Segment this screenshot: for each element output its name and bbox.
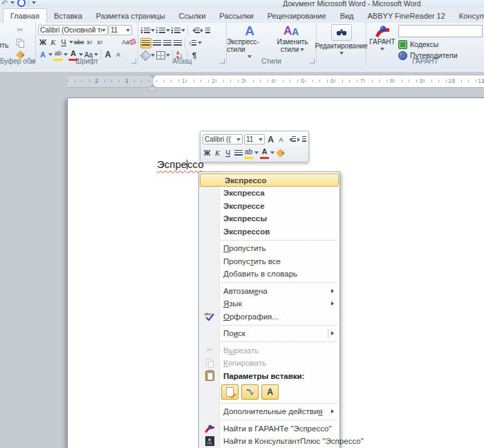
- mini-format-painter-button[interactable]: [276, 148, 285, 158]
- increase-indent-icon: [201, 28, 205, 32]
- font-name-combo[interactable]: Calibri (Основной тек: [38, 25, 108, 35]
- horizontal-ruler[interactable]: 2 1 1 2 3 4 5 6 7 8 9 10 11: [67, 75, 484, 88]
- menu-item-find-in-consultantplus[interactable]: Найти в КонсультантПлюс "Эспрессо": [199, 435, 339, 448]
- menu-item-suggestion-3[interactable]: Экспрессе: [199, 200, 339, 213]
- mini-font-color-button[interactable]: А: [260, 147, 269, 159]
- menu-item-spelling[interactable]: abcОрфография...: [199, 310, 339, 324]
- garant-search-input[interactable]: [398, 25, 483, 37]
- tab-mailings[interactable]: Рассылки: [212, 9, 260, 23]
- mini-bold-button[interactable]: Ж: [203, 148, 212, 158]
- subscript-mark: 2: [90, 40, 92, 44]
- undo-icon[interactable]: ↶: [1, 0, 8, 6]
- paste-option-keep-text-only-button[interactable]: А: [261, 384, 279, 400]
- numbering-dropdown-icon[interactable]: [166, 29, 170, 34]
- tab-abbyy-finereader[interactable]: ABBYY FineReader 12: [361, 9, 452, 23]
- quick-access-toolbar: ↶: [1, 0, 36, 7]
- garant-dropdown-icon: [380, 48, 384, 53]
- mini-italic-button[interactable]: К: [213, 148, 222, 158]
- menu-item-add-to-dictionary[interactable]: Добавить в словарь: [199, 268, 339, 281]
- eraser-icon: [129, 39, 136, 45]
- mini-increase-indent-button[interactable]: [297, 134, 306, 144]
- styles-dialog-launcher-icon[interactable]: [310, 59, 315, 64]
- bars: [192, 40, 196, 46]
- customize-qat-icon[interactable]: [32, 1, 36, 6]
- menu-item-ignore[interactable]: Пропустить: [199, 242, 339, 255]
- paste-option-keep-source-formatting-button[interactable]: [221, 384, 239, 400]
- menu-item-suggestion-1[interactable]: Экспрессо: [200, 174, 339, 187]
- mini-font-combo[interactable]: Calibri ((: [203, 134, 243, 144]
- menu-item-additional-actions[interactable]: Дополнительные действия: [199, 405, 339, 418]
- menu-separator: [221, 420, 337, 420]
- bold-button[interactable]: Ж: [38, 37, 48, 47]
- menu-item-language[interactable]: Язык: [199, 297, 339, 310]
- subscript-button[interactable]: x2: [85, 37, 95, 47]
- mini-decrease-indent-button[interactable]: [287, 134, 296, 144]
- font-size-combo[interactable]: 11: [109, 25, 132, 35]
- document-word[interactable]: Эспрессо: [157, 158, 204, 170]
- align-center-button[interactable]: [152, 38, 162, 48]
- paste-option-merge-formatting-button[interactable]: [241, 384, 259, 400]
- menu-separator: [221, 240, 337, 241]
- menu-separator: [221, 282, 337, 283]
- multilevel-list-button[interactable]: [171, 26, 180, 36]
- undo-dropdown-icon[interactable]: [10, 1, 15, 6]
- tab-review[interactable]: Рецензирование: [261, 9, 333, 23]
- group-font: Calibri (Основной тек 11 Ж К Ч abc x2 x2…: [36, 23, 138, 66]
- tab-home[interactable]: Главная: [3, 8, 47, 24]
- underline-button[interactable]: Ч: [59, 37, 68, 47]
- left-indent-marker[interactable]: [148, 86, 156, 91]
- menu-item-suggestion-5[interactable]: Экспрессов: [199, 225, 339, 239]
- tab-insert[interactable]: Вставка: [47, 9, 89, 23]
- mini-highlight-dropdown-icon[interactable]: [254, 151, 259, 156]
- menu-item-search[interactable]: Поиск: [199, 327, 339, 340]
- menu-item-find-in-garant[interactable]: Найти в ГАРАНТе "Эспрессо": [199, 422, 339, 436]
- line-spacing-button[interactable]: ↕: [187, 38, 197, 48]
- multilevel-dropdown-icon[interactable]: [181, 29, 185, 34]
- menu-item-suggestion-2[interactable]: Экспресса: [199, 187, 339, 200]
- clipboard-dialog-launcher-icon[interactable]: [29, 59, 34, 64]
- icon-cell: [199, 359, 220, 367]
- submenu-arrow-icon: [331, 331, 336, 335]
- strikethrough-button[interactable]: abc: [74, 37, 84, 47]
- mini-highlight-button[interactable]: ab: [244, 147, 253, 159]
- mini-grow-font-button[interactable]: А: [266, 134, 275, 144]
- mini-center-button[interactable]: [234, 148, 243, 158]
- tab-view[interactable]: Вид: [333, 9, 361, 23]
- line-spacing-dropdown-icon[interactable]: [198, 41, 202, 46]
- decrease-indent-button[interactable]: [190, 26, 200, 36]
- icon-cell: [199, 436, 220, 446]
- cut-button[interactable]: ✂: [15, 25, 25, 35]
- ruler-area: 2 1 1 2 3 4 5 6 7 8 9 10 11: [0, 66, 484, 95]
- bars: [195, 28, 200, 34]
- menu-item-ignore-all[interactable]: Пропустить все: [199, 255, 339, 268]
- numbering-button[interactable]: [156, 26, 165, 36]
- bullets-dropdown-icon[interactable]: [151, 29, 155, 34]
- menu-item-autocorrect[interactable]: Автозамена: [199, 285, 339, 298]
- bullets-icon: [141, 28, 150, 34]
- group-garant: ГАРАНТ Кодексы Путеводители ГАРАНТ: [366, 23, 484, 66]
- clear-formatting-button[interactable]: Аа: [122, 37, 136, 47]
- editing-button[interactable]: Редактирование: [317, 23, 366, 57]
- addin-icon[interactable]: [17, 0, 26, 7]
- align-left-button[interactable]: [140, 38, 151, 48]
- tab-consultantplus[interactable]: КонсультантПлюс: [452, 9, 484, 23]
- kodeksy-button[interactable]: Кодексы: [398, 39, 483, 50]
- mini-font-color-dropdown-icon[interactable]: [270, 151, 274, 156]
- mini-shrink-font-button[interactable]: А: [277, 134, 286, 144]
- superscript-button[interactable]: x2: [95, 37, 105, 47]
- increase-indent-button[interactable]: [201, 26, 210, 36]
- font-dialog-launcher-icon[interactable]: [131, 59, 136, 64]
- italic-button[interactable]: К: [48, 37, 58, 47]
- tab-page-layout[interactable]: Разметка страницы: [89, 9, 172, 23]
- justify-button[interactable]: [173, 38, 183, 48]
- copy-button[interactable]: [15, 37, 25, 48]
- menu-item-suggestion-4[interactable]: Экспрессы: [199, 212, 339, 225]
- paragraph-dialog-launcher-icon[interactable]: [220, 59, 225, 64]
- mini-underline-button[interactable]: Ч: [223, 148, 232, 158]
- underline-dropdown-icon[interactable]: [69, 41, 73, 46]
- tab-references[interactable]: Ссылки: [172, 9, 213, 23]
- align-right-button[interactable]: [162, 38, 172, 48]
- bullets-button[interactable]: [140, 26, 150, 36]
- mini-size-combo[interactable]: 11: [244, 134, 265, 144]
- paste-button[interactable]: Вставить: [0, 24, 9, 49]
